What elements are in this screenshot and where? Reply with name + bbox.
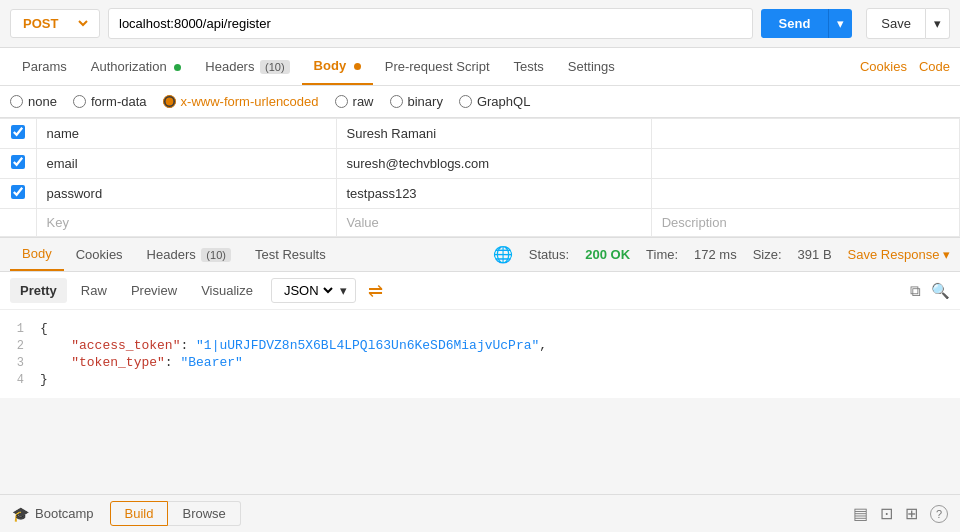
bootcamp-icon: 🎓 <box>12 506 29 522</box>
response-tab-body[interactable]: Body <box>10 238 64 271</box>
table-row: password testpass123 <box>0 179 960 209</box>
search-icon[interactable]: 🔍 <box>931 282 950 300</box>
line-number-1: 1 <box>0 321 40 336</box>
send-dropdown-button[interactable]: ▾ <box>828 9 852 38</box>
response-tab-cookies[interactable]: Cookies <box>64 239 135 270</box>
time-value: 172 ms <box>694 247 737 262</box>
format-tab-raw[interactable]: Raw <box>71 278 117 303</box>
chevron-down-icon: ▾ <box>340 283 347 298</box>
row-key: email <box>36 149 336 179</box>
placeholder-value[interactable]: Value <box>336 209 651 237</box>
url-input[interactable]: localhost:8000/api/register <box>108 8 753 39</box>
row-checkbox-cell[interactable] <box>0 149 36 179</box>
method-dropdown[interactable]: POST GET PUT PATCH DELETE <box>19 15 91 32</box>
line-content-2: "access_token": "1|uURJFDVZ8n5X6BL4LPQl6… <box>40 338 960 353</box>
authorization-dot <box>174 64 181 71</box>
form-table: name Suresh Ramani email suresh@techvblo… <box>0 118 960 237</box>
response-status: 🌐 Status: 200 OK Time: 172 ms Size: 391 … <box>493 245 950 264</box>
format-type-dropdown[interactable]: JSON XML HTML Text <box>280 282 336 299</box>
line-content-4: } <box>40 372 960 387</box>
body-type-graphql[interactable]: GraphQL <box>459 94 530 109</box>
body-type-form-data[interactable]: form-data <box>73 94 147 109</box>
tab-settings[interactable]: Settings <box>556 49 627 84</box>
tab-pre-request[interactable]: Pre-request Script <box>373 49 502 84</box>
row-description <box>651 179 959 209</box>
code-link[interactable]: Code <box>919 59 950 74</box>
status-value: 200 OK <box>585 247 630 262</box>
save-dropdown-button[interactable]: ▾ <box>926 8 950 39</box>
size-value: 391 B <box>798 247 832 262</box>
format-tab-visualize[interactable]: Visualize <box>191 278 263 303</box>
row-checkbox-cell[interactable] <box>0 179 36 209</box>
body-type-row: none form-data x-www-form-urlencoded raw… <box>0 86 960 118</box>
format-type-select[interactable]: JSON XML HTML Text ▾ <box>271 278 356 303</box>
settings-icon[interactable]: ⊞ <box>905 504 918 523</box>
tab-authorization[interactable]: Authorization <box>79 49 194 84</box>
table-row: email suresh@techvblogs.com <box>0 149 960 179</box>
code-line-4: 4 } <box>0 371 960 388</box>
save-button[interactable]: Save <box>866 8 926 39</box>
wrap-icon[interactable]: ⇌ <box>368 280 383 302</box>
bottom-icons: ▤ ⊡ ⊞ ? <box>853 504 948 523</box>
response-headers-count: (10) <box>201 248 231 262</box>
tab-headers[interactable]: Headers (10) <box>193 49 301 84</box>
body-type-urlencoded[interactable]: x-www-form-urlencoded <box>163 94 319 109</box>
row-checkbox[interactable] <box>11 125 25 139</box>
status-label: Status: <box>529 247 569 262</box>
send-button-group: Send ▾ <box>761 9 853 38</box>
save-response-button[interactable]: Save Response ▾ <box>848 247 950 262</box>
save-button-group: Save ▾ <box>866 8 950 39</box>
response-tabs-row: Body Cookies Headers (10) Test Results 🌐… <box>0 237 960 272</box>
line-number-4: 4 <box>0 372 40 387</box>
method-selector[interactable]: POST GET PUT PATCH DELETE <box>10 9 100 38</box>
format-icons: ⧉ 🔍 <box>910 282 950 300</box>
row-key: password <box>36 179 336 209</box>
tab-tests[interactable]: Tests <box>502 49 556 84</box>
code-line-2: 2 "access_token": "1|uURJFDVZ8n5X6BL4LPQ… <box>0 337 960 354</box>
row-value: testpass123 <box>336 179 651 209</box>
sidebar-icon[interactable]: ▤ <box>853 504 868 523</box>
response-tab-headers[interactable]: Headers (10) <box>135 239 243 270</box>
table-row: name Suresh Ramani <box>0 119 960 149</box>
row-description <box>651 149 959 179</box>
row-key: name <box>36 119 336 149</box>
row-checkbox-cell[interactable] <box>0 119 36 149</box>
cookies-link[interactable]: Cookies <box>860 59 907 74</box>
body-type-binary[interactable]: binary <box>390 94 443 109</box>
body-type-none[interactable]: none <box>10 94 57 109</box>
headers-count: (10) <box>260 60 290 74</box>
split-view-icon[interactable]: ⊡ <box>880 504 893 523</box>
copy-icon[interactable]: ⧉ <box>910 282 921 300</box>
globe-icon[interactable]: 🌐 <box>493 245 513 264</box>
line-content-1: { <box>40 321 960 336</box>
browse-button[interactable]: Browse <box>168 501 240 526</box>
line-number-3: 3 <box>0 355 40 370</box>
placeholder-key[interactable]: Key <box>36 209 336 237</box>
row-description <box>651 119 959 149</box>
bootcamp-section: 🎓 Bootcamp <box>12 506 94 522</box>
bottom-bar: 🎓 Bootcamp Build Browse ▤ ⊡ ⊞ ? <box>0 494 960 532</box>
format-tab-pretty[interactable]: Pretty <box>10 278 67 303</box>
build-browse-group: Build Browse <box>110 501 241 526</box>
row-checkbox[interactable] <box>11 155 25 169</box>
tab-params[interactable]: Params <box>10 49 79 84</box>
body-type-raw[interactable]: raw <box>335 94 374 109</box>
size-label: Size: <box>753 247 782 262</box>
response-tab-test-results[interactable]: Test Results <box>243 239 338 270</box>
request-tabs: Params Authorization Headers (10) Body P… <box>0 48 960 86</box>
time-label: Time: <box>646 247 678 262</box>
row-checkbox[interactable] <box>11 185 25 199</box>
build-button[interactable]: Build <box>110 501 169 526</box>
format-tab-preview[interactable]: Preview <box>121 278 187 303</box>
placeholder-description[interactable]: Description <box>651 209 959 237</box>
row-value: suresh@techvblogs.com <box>336 149 651 179</box>
format-row: Pretty Raw Preview Visualize JSON XML HT… <box>0 272 960 310</box>
table-placeholder-row: Key Value Description <box>0 209 960 237</box>
code-line-3: 3 "token_type": "Bearer" <box>0 354 960 371</box>
code-line-1: 1 { <box>0 320 960 337</box>
send-button[interactable]: Send <box>761 9 829 38</box>
tab-body[interactable]: Body <box>302 48 373 85</box>
help-icon[interactable]: ? <box>930 505 948 523</box>
line-content-3: "token_type": "Bearer" <box>40 355 960 370</box>
line-number-2: 2 <box>0 338 40 353</box>
